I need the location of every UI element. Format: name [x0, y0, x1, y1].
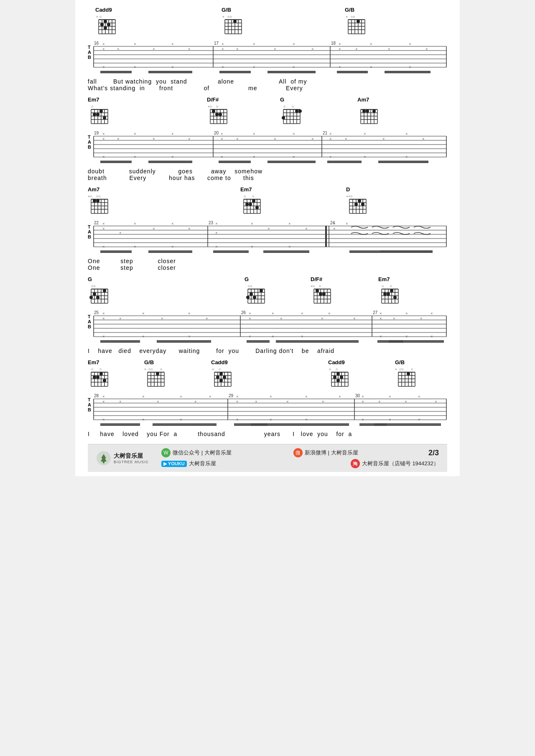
svg-text:×: ×	[339, 394, 341, 399]
svg-text:○○: ○○	[399, 367, 404, 371]
svg-text:×: ×	[329, 155, 332, 159]
svg-text:×: ×	[355, 47, 358, 51]
svg-text:×: ×	[194, 399, 197, 404]
svg-text:×: ×	[370, 65, 372, 69]
svg-text:○: ○	[252, 194, 254, 198]
svg-text:A: A	[88, 402, 91, 407]
svg-text:×: ×	[405, 132, 408, 136]
svg-text:×: ×	[134, 244, 136, 249]
svg-text:×: ×	[255, 399, 257, 404]
svg-text:×: ×	[222, 15, 224, 19]
svg-text:×: ×	[305, 417, 308, 422]
svg-point-491	[219, 379, 223, 382]
tab-staff-2: T A B 19 20 21 × × × × × × × × ×	[88, 127, 447, 165]
svg-text:×: ×	[153, 47, 155, 51]
svg-text:×: ×	[221, 155, 223, 159]
svg-point-267	[354, 203, 358, 206]
svg-text:○: ○	[292, 104, 294, 109]
svg-text:×: ×	[339, 65, 341, 69]
svg-text:×: ×	[305, 394, 308, 399]
svg-text:×: ×	[274, 47, 276, 51]
svg-text:×: ×	[339, 47, 341, 51]
svg-text:×: ×	[293, 132, 295, 136]
wechat-item: W 微信公众号 | 大树音乐屋	[161, 448, 232, 457]
svg-text:×: ×	[180, 394, 182, 399]
svg-text:B: B	[88, 407, 91, 412]
svg-point-506	[333, 375, 336, 379]
lyrics-2: doubt suddenly goes away somehow breath …	[88, 168, 447, 181]
svg-text:×: ×	[249, 316, 251, 321]
chord-d-1: D ××○	[346, 186, 368, 215]
svg-text:17: 17	[214, 41, 219, 46]
svg-point-116	[96, 113, 99, 116]
svg-text:×: ×	[380, 334, 382, 339]
svg-text:×: ×	[286, 399, 289, 404]
chord-cadd9-1: Cadd9 × ○	[95, 7, 117, 36]
svg-text:×: ×	[102, 137, 105, 141]
svg-text:×: ×	[311, 137, 314, 141]
svg-text:B: B	[88, 324, 91, 329]
svg-text:18: 18	[331, 41, 336, 46]
svg-text:○: ○	[283, 104, 285, 109]
svg-text:×: ×	[102, 244, 105, 249]
svg-text:×: ×	[236, 137, 239, 141]
svg-point-367	[322, 292, 326, 296]
svg-text:×: ×	[102, 417, 105, 422]
svg-point-507	[340, 375, 343, 379]
svg-text:×: ×	[180, 417, 182, 422]
svg-point-458	[99, 372, 103, 375]
brand-sub: BIGTREE MUSIC	[114, 460, 149, 464]
svg-text:×: ×	[188, 47, 191, 51]
footer: 大树音乐屋 BIGTREE MUSIC W 微信公众号 | 大树音乐屋 微 新浪…	[88, 444, 447, 472]
chord-em7-1: Em7 ○	[88, 96, 110, 125]
svg-text:×: ×	[418, 394, 420, 399]
section-5: Em7 ○ ○	[88, 361, 447, 437]
svg-text:×: ×	[102, 132, 105, 136]
svg-point-490	[223, 375, 226, 379]
svg-text:T: T	[88, 45, 91, 50]
svg-text:×: ×	[405, 399, 407, 404]
svg-point-523	[407, 372, 410, 375]
svg-text:19: 19	[94, 131, 99, 135]
svg-text:16: 16	[94, 41, 99, 46]
chord-am7-2: Am7 ×○ ○○	[88, 186, 110, 215]
svg-text:22: 22	[94, 221, 99, 225]
svg-text:×: ×	[157, 399, 159, 404]
svg-text:T: T	[88, 397, 91, 402]
chord-em7-2: Em7 ○ ○	[240, 186, 262, 215]
svg-point-30	[233, 20, 237, 23]
svg-point-132	[212, 109, 215, 113]
chord-g-1: G ○ ○	[280, 96, 302, 125]
svg-text:×: ×	[321, 316, 324, 321]
svg-point-117	[99, 109, 103, 113]
svg-point-333	[93, 292, 96, 296]
svg-point-16	[104, 26, 107, 30]
svg-text:×: ×	[431, 334, 433, 339]
svg-text:×: ×	[153, 137, 155, 141]
svg-text:×: ×	[249, 334, 251, 339]
svg-point-505	[336, 372, 340, 375]
svg-point-269	[361, 203, 364, 206]
chord-g-3: G ○○	[245, 276, 266, 305]
svg-text:×: ×	[188, 137, 191, 141]
svg-text:×: ×	[293, 65, 295, 69]
svg-text:×: ×	[319, 284, 321, 288]
svg-text:×: ×	[422, 137, 425, 141]
svg-text:29: 29	[229, 393, 234, 398]
svg-text:○: ○	[91, 104, 93, 109]
svg-text:×: ×	[333, 226, 336, 231]
svg-point-164	[372, 109, 376, 113]
svg-text:×: ×	[236, 394, 239, 399]
svg-text:○: ○	[390, 284, 392, 288]
chord-em7-4: Em7 ○ ○	[88, 359, 110, 388]
svg-text:×: ×	[346, 221, 348, 226]
svg-text:×: ×	[418, 417, 420, 422]
svg-text:×: ×	[301, 311, 303, 316]
svg-text:×: ×	[382, 137, 385, 141]
svg-text:×: ×	[215, 231, 218, 235]
section-2: Em7 ○	[88, 98, 447, 181]
svg-text:T: T	[88, 134, 91, 140]
svg-text:×: ×	[425, 47, 428, 51]
svg-text:×: ×	[215, 221, 218, 226]
svg-point-488	[219, 372, 223, 375]
